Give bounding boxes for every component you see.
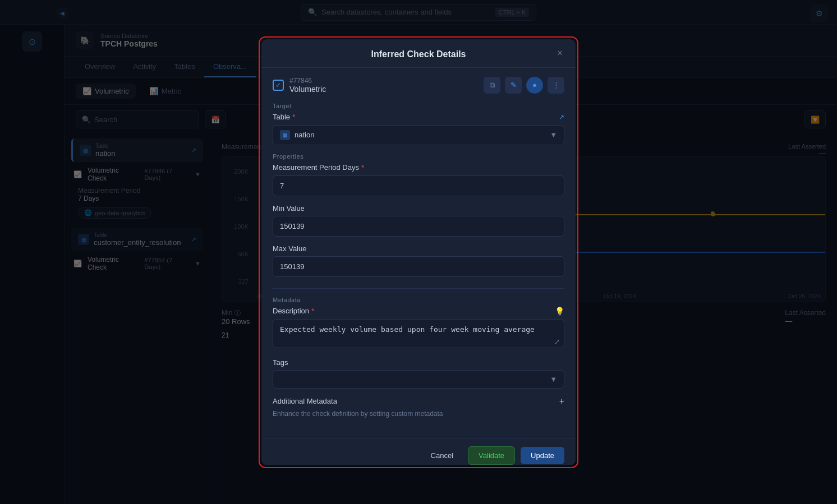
description-header: Description * 💡 [273, 307, 564, 316]
select-table-icon: ▦ [280, 130, 290, 140]
check-info-row: ✓ #77846 Volumetric ⧉ ✎ ● ⋮ [273, 77, 564, 94]
check-checkbox[interactable]: ✓ [273, 80, 284, 91]
table-field-label: Table * ↗ [273, 113, 564, 122]
modal-title: Inferred Check Details [371, 49, 466, 59]
max-value-label: Max Value [273, 244, 564, 253]
additional-meta-desc: Enhance the check definition by setting … [273, 410, 564, 418]
check-id: #77846 [289, 77, 326, 85]
tags-label: Tags [273, 358, 564, 367]
modal-overlay: Inferred Check Details × ✓ #77846 Volume… [0, 0, 837, 504]
description-textarea[interactable]: Expected weekly volume based upon four w… [273, 319, 564, 348]
table-select-value: nation [295, 131, 314, 139]
modal: Inferred Check Details × ✓ #77846 Volume… [261, 39, 576, 465]
edit-action-btn[interactable]: ✎ [505, 77, 522, 94]
max-value-input[interactable] [273, 256, 564, 277]
target-section-label: Target [273, 103, 564, 109]
min-value-input[interactable] [273, 216, 564, 237]
modal-footer: Cancel Validate Update [261, 438, 576, 465]
check-type: Volumetric [289, 85, 326, 94]
properties-section-label: Properties [273, 153, 564, 160]
modal-close-button[interactable]: × [553, 47, 567, 60]
metadata-section-label: Metadata [273, 297, 564, 303]
more-action-btn[interactable]: ⋮ [548, 77, 564, 94]
table-required: * [292, 113, 295, 122]
additional-meta-plus-btn[interactable]: + [559, 396, 564, 406]
table-select-chevron: ▼ [550, 131, 557, 139]
tags-select[interactable]: ▼ [273, 370, 564, 389]
table-select[interactable]: ▦ nation ▼ [273, 125, 564, 145]
table-link[interactable]: ↗ [559, 113, 564, 121]
status-action-btn[interactable]: ● [526, 77, 543, 94]
modal-red-border: Inferred Check Details × ✓ #77846 Volume… [259, 36, 578, 468]
description-label: Description * [273, 307, 314, 316]
additional-meta: Additional Metadata + [273, 396, 564, 406]
additional-meta-title: Additional Metadata [273, 397, 337, 405]
min-value-label: Min Value [273, 204, 564, 212]
divider [273, 288, 564, 289]
mp-required: * [361, 163, 364, 172]
bulb-icon: 💡 [555, 307, 564, 316]
description-wrapper: Expected weekly volume based upon four w… [273, 319, 564, 350]
expand-icon[interactable]: ⤢ [554, 338, 560, 346]
desc-required: * [311, 307, 314, 316]
validate-button[interactable]: Validate [468, 446, 515, 465]
update-button[interactable]: Update [521, 447, 564, 464]
check-id-block: #77846 Volumetric [289, 77, 326, 94]
tags-select-chevron: ▼ [550, 375, 557, 383]
copy-action-btn[interactable]: ⧉ [484, 77, 500, 94]
modal-header: Inferred Check Details × [261, 39, 576, 68]
mp-days-label: Measurement Period Days * [273, 163, 564, 172]
modal-body: ✓ #77846 Volumetric ⧉ ✎ ● ⋮ Target Tab [261, 68, 576, 438]
check-actions: ⧉ ✎ ● ⋮ [484, 77, 564, 94]
measurement-period-input[interactable] [273, 175, 564, 196]
cancel-button[interactable]: Cancel [422, 447, 462, 464]
